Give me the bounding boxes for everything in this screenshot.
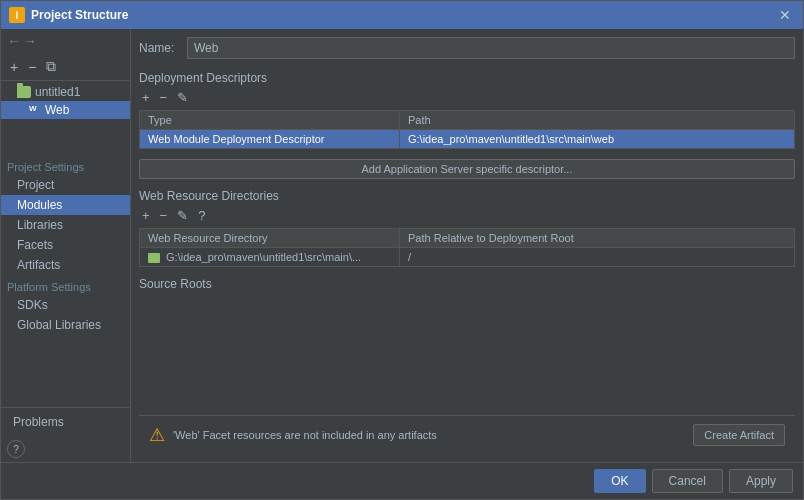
help-button[interactable]: ?	[7, 440, 25, 458]
dialog-footer: OK Cancel Apply	[1, 462, 803, 499]
wr-edit-button[interactable]: ✎	[174, 207, 191, 224]
tree-remove-button[interactable]: −	[25, 58, 39, 76]
nav-modules[interactable]: Modules	[1, 195, 130, 215]
right-panel: Name: Deployment Descriptors + − ✎ Type …	[131, 29, 803, 462]
th-wr-rel: Path Relative to Deployment Root	[400, 229, 794, 247]
wr-table-header: Web Resource Directory Path Relative to …	[140, 229, 794, 248]
th-type: Type	[140, 111, 400, 129]
wr-row-0[interactable]: G:\idea_pro\maven\untitled1\src\main\...…	[140, 248, 794, 266]
folder-icon	[17, 86, 31, 98]
nav-sdks[interactable]: SDKs	[1, 295, 130, 315]
module-tree: untitled1 Web	[1, 81, 130, 155]
project-settings-header: Project Settings	[1, 157, 130, 175]
tree-toolbar: + − ⧉	[1, 53, 130, 81]
dd-toolbar: + − ✎	[139, 89, 795, 106]
create-artifact-button[interactable]: Create Artifact	[693, 424, 785, 446]
dd-edit-button[interactable]: ✎	[174, 89, 191, 106]
bottom-nav: Problems	[1, 407, 130, 436]
warning-icon: ⚠	[149, 424, 165, 446]
platform-settings-header: Platform Settings	[1, 275, 130, 295]
title-bar-left: I Project Structure	[9, 7, 128, 23]
th-path: Path	[400, 111, 794, 129]
name-row: Name:	[139, 37, 795, 59]
close-button[interactable]: ✕	[775, 5, 795, 25]
tree-copy-button[interactable]: ⧉	[43, 57, 59, 76]
dd-add-button[interactable]: +	[139, 89, 153, 106]
web-resource-title: Web Resource Directories	[139, 189, 795, 203]
dd-cell-type: Web Module Deployment Descriptor	[140, 130, 400, 148]
dd-table: Type Path Web Module Deployment Descript…	[139, 110, 795, 149]
main-content: ← → + − ⧉ untitled1 Web Project Settin	[1, 29, 803, 462]
wr-remove-button[interactable]: −	[157, 207, 171, 224]
help-area: ?	[1, 436, 130, 462]
nav-project[interactable]: Project	[1, 175, 130, 195]
wr-add-button[interactable]: +	[139, 207, 153, 224]
app-icon: I	[9, 7, 25, 23]
back-button[interactable]: ←	[7, 33, 21, 49]
nav-problems[interactable]: Problems	[7, 412, 124, 432]
dialog-title: Project Structure	[31, 8, 128, 22]
tree-item-untitled1[interactable]: untitled1	[1, 83, 130, 101]
warning-left: ⚠ 'Web' Facet resources are not included…	[149, 424, 685, 446]
add-descriptor-button[interactable]: Add Application Server specific descript…	[139, 159, 795, 179]
source-roots-title: Source Roots	[139, 277, 795, 291]
left-panel: ← → + − ⧉ untitled1 Web Project Settin	[1, 29, 131, 462]
wr-cell-rel: /	[400, 248, 794, 266]
wr-table: Web Resource Directory Path Relative to …	[139, 228, 795, 267]
tree-add-button[interactable]: +	[7, 58, 21, 76]
warning-bar: ⚠ 'Web' Facet resources are not included…	[139, 415, 795, 454]
apply-button[interactable]: Apply	[729, 469, 793, 493]
dd-row-0[interactable]: Web Module Deployment Descriptor G:\idea…	[140, 130, 794, 148]
cancel-button[interactable]: Cancel	[652, 469, 723, 493]
module-icon	[27, 104, 41, 116]
th-wr-dir: Web Resource Directory	[140, 229, 400, 247]
nav-arrows: ← →	[1, 29, 130, 53]
warning-text: 'Web' Facet resources are not included i…	[173, 429, 437, 441]
nav-facets[interactable]: Facets	[1, 235, 130, 255]
dd-remove-button[interactable]: −	[157, 89, 171, 106]
project-structure-dialog: I Project Structure ✕ ← → + − ⧉ untitled…	[0, 0, 804, 500]
nav-global-libraries[interactable]: Global Libraries	[1, 315, 130, 335]
wr-cell-dir: G:\idea_pro\maven\untitled1\src\main\...	[140, 248, 400, 266]
dd-cell-path: G:\idea_pro\maven\untitled1\src\main\web	[400, 130, 794, 148]
forward-button[interactable]: →	[23, 33, 37, 49]
nav-section: Project Settings Project Modules Librari…	[1, 155, 130, 337]
name-label: Name:	[139, 41, 179, 55]
name-input[interactable]	[187, 37, 795, 59]
dd-table-header: Type Path	[140, 111, 794, 130]
tree-item-web[interactable]: Web	[1, 101, 130, 119]
nav-libraries[interactable]: Libraries	[1, 215, 130, 235]
deployment-descriptors-title: Deployment Descriptors	[139, 71, 795, 85]
wr-help-button[interactable]: ?	[195, 207, 208, 224]
title-bar: I Project Structure ✕	[1, 1, 803, 29]
wr-toolbar: + − ✎ ?	[139, 207, 795, 224]
nav-artifacts[interactable]: Artifacts	[1, 255, 130, 275]
ok-button[interactable]: OK	[594, 469, 645, 493]
